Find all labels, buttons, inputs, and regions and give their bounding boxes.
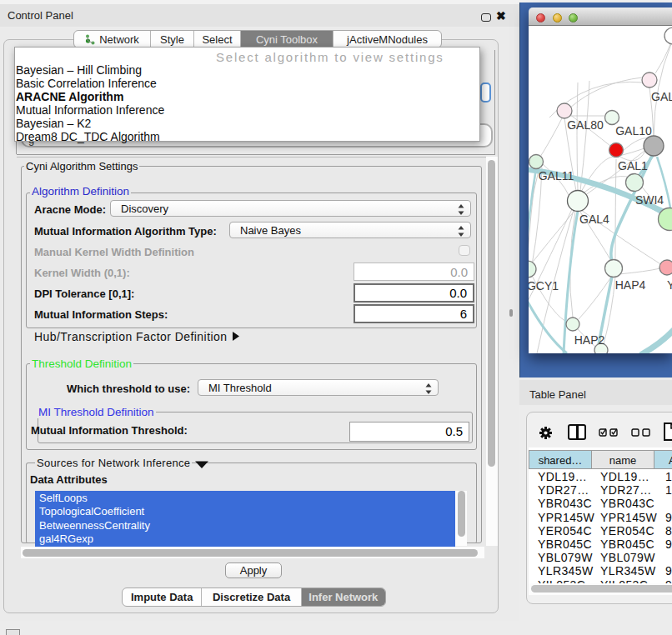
- svg-text:HAP4: HAP4: [615, 278, 646, 292]
- svg-text:HAP2: HAP2: [574, 333, 605, 347]
- svg-text:GAL4: GAL4: [579, 212, 609, 226]
- svg-text:SWI4: SWI4: [635, 193, 664, 207]
- svg-text:GAL11: GAL11: [539, 169, 574, 182]
- svg-text:GAL: GAL: [651, 90, 672, 103]
- svg-text:GCY1: GCY1: [529, 279, 559, 292]
- svg-text:GAL1: GAL1: [618, 159, 648, 172]
- svg-text:GAL10: GAL10: [615, 124, 652, 138]
- svg-text:GAL80: GAL80: [567, 118, 604, 132]
- svg-text:Y: Y: [667, 278, 672, 292]
